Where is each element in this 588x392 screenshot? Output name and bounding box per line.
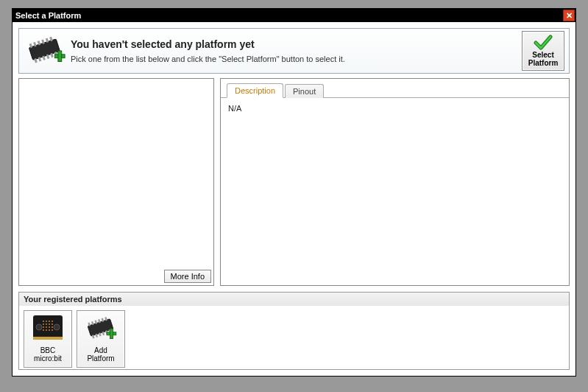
svg-point-18: [43, 321, 44, 322]
tile-label: BBC micro:bit: [34, 346, 62, 363]
window-title: Select a Platform: [15, 11, 81, 20]
svg-point-33: [52, 329, 53, 331]
svg-point-26: [43, 326, 44, 328]
header-title: You haven't selected any platform yet: [71, 38, 522, 50]
tile-label: Add Platform: [87, 346, 114, 363]
svg-point-21: [52, 321, 53, 322]
close-icon: ✕: [566, 11, 573, 21]
checkmark-icon: [534, 35, 553, 51]
platform-list-panel: More Info: [18, 78, 214, 286]
select-platform-button[interactable]: Select Platform: [522, 31, 564, 71]
select-button-label-1: Select: [532, 51, 553, 59]
svg-point-30: [43, 329, 44, 331]
svg-point-16: [36, 324, 42, 330]
svg-point-29: [52, 326, 53, 328]
svg-point-23: [46, 323, 47, 325]
tab-pinout[interactable]: Pinout: [285, 84, 324, 98]
platform-tile-bbc-microbit[interactable]: BBC micro:bit: [24, 310, 72, 368]
description-text: N/A: [228, 104, 241, 113]
registered-platforms-panel: Your registered platforms: [18, 292, 570, 370]
svg-point-27: [46, 326, 47, 328]
svg-rect-49: [110, 329, 113, 339]
registered-body: BBC micro:bit: [19, 306, 569, 369]
details-panel: Description Pinout N/A: [220, 78, 570, 286]
select-platform-dialog: Select a Platform ✕: [12, 8, 576, 377]
titlebar: Select a Platform ✕: [13, 9, 575, 22]
platform-list-footer: More Info: [19, 267, 213, 285]
svg-point-31: [46, 329, 47, 331]
registered-header: Your registered platforms: [19, 293, 569, 306]
svg-point-20: [49, 321, 50, 322]
close-button[interactable]: ✕: [563, 10, 575, 21]
header-subtitle: Pick one from the list below and click t…: [71, 55, 522, 63]
svg-point-32: [49, 329, 50, 331]
svg-point-17: [54, 324, 60, 330]
select-button-label-2: Platform: [528, 59, 559, 67]
svg-point-25: [52, 323, 53, 325]
svg-rect-34: [33, 337, 63, 340]
svg-point-22: [43, 323, 44, 325]
svg-point-19: [46, 321, 47, 322]
add-platform-tile[interactable]: Add Platform: [77, 310, 125, 368]
tab-body-description: N/A: [221, 98, 569, 119]
header-text: You haven't selected any platform yet Pi…: [66, 38, 522, 63]
tab-description[interactable]: Description: [227, 83, 283, 98]
tabstrip: Description Pinout: [221, 79, 569, 98]
header-panel: You haven't selected any platform yet Pi…: [18, 28, 570, 74]
svg-point-28: [49, 326, 50, 328]
platform-list[interactable]: [19, 79, 213, 267]
dialog-content: You haven't selected any platform yet Pi…: [13, 22, 575, 376]
microbit-icon: [30, 312, 65, 345]
middle-row: More Info Description Pinout N/A: [18, 78, 570, 286]
svg-rect-14: [58, 51, 62, 62]
chip-add-icon: [83, 312, 118, 345]
svg-point-24: [49, 323, 50, 325]
more-info-button[interactable]: More Info: [164, 270, 211, 283]
chip-add-icon: [24, 32, 66, 69]
